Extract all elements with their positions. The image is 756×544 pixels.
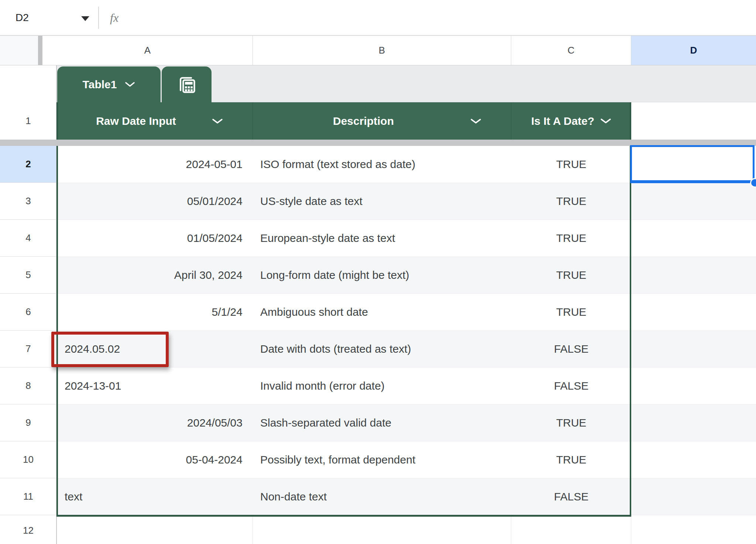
table-row: 11 text Non-date text FALSE (0, 478, 756, 515)
cell-raw-date-input[interactable]: text (56, 478, 253, 515)
cell-raw-date-input[interactable]: 01/05/2024 (56, 220, 253, 257)
cell-is-it-a-date[interactable]: FALSE (511, 331, 631, 367)
cell-outside-table[interactable] (631, 367, 756, 404)
row-number[interactable]: 6 (0, 294, 56, 331)
cell-raw-date-input[interactable]: April 30, 2024 (56, 257, 253, 294)
column-header-b[interactable]: B (253, 36, 511, 65)
name-box[interactable]: D2 (16, 12, 29, 24)
cell-is-it-a-date[interactable]: TRUE (511, 441, 631, 478)
cell-description[interactable]: Slash-separated valid date (253, 404, 511, 441)
frozen-row-divider[interactable] (0, 140, 756, 146)
header-cell-description[interactable]: Description (253, 102, 511, 140)
cell-description[interactable]: Invalid month (error date) (253, 367, 511, 404)
row-number[interactable]: 11 (0, 478, 56, 515)
row-number-label: 2 (25, 158, 31, 170)
cell-is-it-a-date[interactable]: TRUE (511, 294, 631, 331)
row-number[interactable]: 7 (0, 331, 56, 367)
description-value: Long-form date (might be text) (260, 269, 409, 281)
column-header-c[interactable]: C (511, 36, 631, 65)
row-number-12[interactable]: 12 (0, 517, 56, 544)
cell-outside-table[interactable] (631, 331, 756, 367)
cell-outside-table[interactable] (631, 183, 756, 220)
cell-outside-table[interactable] (631, 257, 756, 294)
cell-is-it-a-date[interactable]: TRUE (511, 257, 631, 294)
raw-date-value: 2024.05.02 (65, 343, 120, 355)
cell-raw-date-input[interactable]: 2024/05/03 (56, 404, 253, 441)
filter-chevron-icon[interactable] (600, 118, 611, 124)
description-value: Ambiguous short date (260, 306, 368, 318)
cell-outside-table[interactable] (631, 478, 756, 515)
table-menu-chevron-icon[interactable] (125, 82, 135, 87)
header-label: Description (333, 115, 394, 127)
cell-description[interactable]: ISO format (text stored as date) (253, 146, 511, 183)
fx-icon[interactable]: fx (110, 11, 118, 24)
cell-outside-table[interactable] (631, 294, 756, 331)
cell-is-it-a-date[interactable]: TRUE (511, 404, 631, 441)
description-value: European-style date as text (260, 232, 395, 244)
cell-description[interactable]: European-style date as text (253, 220, 511, 257)
table-name-tab[interactable]: Table1 (57, 66, 161, 102)
table-row: 3 05/01/2024 US-style date as text TRUE (0, 183, 756, 220)
row-number-label: 7 (25, 343, 31, 355)
row-number[interactable]: 8 (0, 367, 56, 404)
cell-a12[interactable] (56, 517, 253, 544)
is-date-value: TRUE (556, 306, 587, 318)
row-number[interactable]: 4 (0, 220, 56, 257)
row-number[interactable]: 9 (0, 404, 56, 441)
raw-date-value: April 30, 2024 (174, 269, 243, 281)
cell-description[interactable]: Long-form date (might be text) (253, 257, 511, 294)
raw-date-value: 5/1/24 (212, 306, 243, 318)
cell-c12[interactable] (511, 517, 631, 544)
cell-description[interactable]: Ambiguous short date (253, 294, 511, 331)
raw-date-value: 2024/05/03 (187, 417, 243, 429)
cell-is-it-a-date[interactable]: FALSE (511, 367, 631, 404)
cell-description[interactable]: Non-date text (253, 478, 511, 515)
filter-chevron-icon[interactable] (212, 118, 223, 124)
description-value: Non-date text (260, 490, 327, 503)
cell-is-it-a-date[interactable]: TRUE (511, 183, 631, 220)
cell-is-it-a-date[interactable]: TRUE (511, 146, 631, 183)
filter-chevron-icon[interactable] (470, 118, 481, 124)
raw-date-value: text (65, 490, 82, 503)
table-view-tab[interactable] (162, 66, 212, 102)
row-number[interactable]: 2 (0, 146, 56, 183)
cell-raw-date-input[interactable]: 05-04-2024 (56, 441, 253, 478)
table-row: 8 2024-13-01 Invalid month (error date) … (0, 367, 756, 404)
name-box-dropdown-icon[interactable] (81, 16, 89, 21)
header-cell-raw-date-input[interactable]: Raw Date Input (56, 102, 253, 140)
cell-is-it-a-date[interactable]: FALSE (511, 478, 631, 515)
column-header-d[interactable]: D (631, 36, 756, 65)
cell-b12[interactable] (253, 517, 511, 544)
raw-date-value: 2024-13-01 (65, 380, 121, 392)
table-row: 5 April 30, 2024 Long-form date (might b… (0, 257, 756, 294)
cell-raw-date-input[interactable]: 2024-13-01 (56, 367, 253, 404)
table-left-border (56, 102, 58, 516)
cell-outside-table[interactable] (631, 404, 756, 441)
header-label: Raw Date Input (96, 115, 176, 127)
select-all-corner[interactable] (0, 36, 38, 65)
cell-raw-date-input[interactable]: 5/1/24 (56, 294, 253, 331)
cell-raw-date-input[interactable]: 05/01/2024 (56, 183, 253, 220)
row-number[interactable]: 5 (0, 257, 56, 294)
cell-is-it-a-date[interactable]: TRUE (511, 220, 631, 257)
cell-outside-table[interactable] (631, 441, 756, 478)
cell-d1[interactable] (631, 102, 756, 140)
row-number[interactable]: 3 (0, 183, 56, 220)
cell-description[interactable]: Possibly text, format dependent (253, 441, 511, 478)
row-number-label: 6 (25, 306, 31, 318)
column-header-a[interactable]: A (42, 36, 253, 65)
row-number[interactable]: 10 (0, 441, 56, 478)
cell-outside-table[interactable] (631, 146, 756, 183)
cell-outside-table[interactable] (631, 220, 756, 257)
description-value: US-style date as text (260, 195, 362, 208)
header-cell-is-it-a-date[interactable]: Is It A Date? (511, 102, 631, 140)
cell-description[interactable]: Date with dots (treated as text) (253, 331, 511, 367)
cell-d12[interactable] (631, 517, 756, 544)
cell-raw-date-input[interactable]: 2024.05.02 (56, 331, 253, 367)
raw-date-value: 2024-05-01 (186, 158, 243, 171)
description-value: Slash-separated valid date (260, 417, 391, 429)
row-number-1[interactable]: 1 (0, 102, 56, 140)
table-right-border (630, 102, 631, 516)
cell-description[interactable]: US-style date as text (253, 183, 511, 220)
cell-raw-date-input[interactable]: 2024-05-01 (56, 146, 253, 183)
